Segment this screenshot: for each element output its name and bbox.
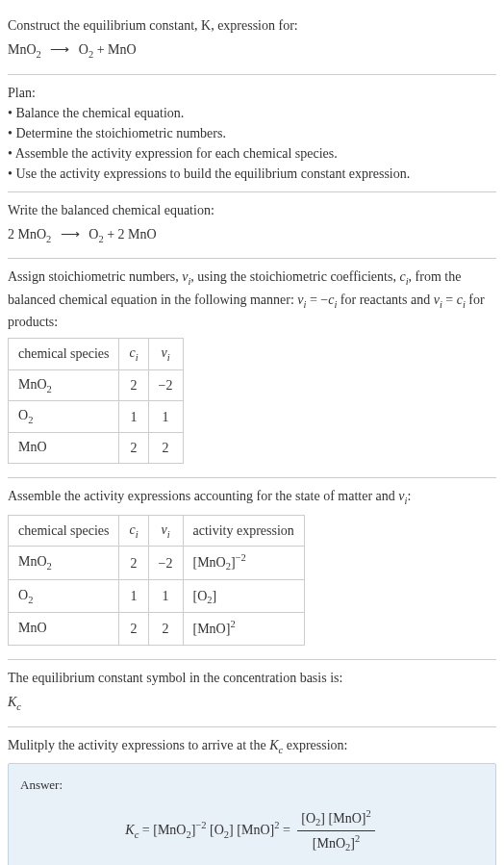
plan-heading: Plan: [8,83,496,103]
col-nu: νi [148,515,183,547]
multiply-section: Mulitply the activity expressions to arr… [8,727,496,865]
fraction: [O2] [MnO]2[MnO2]2 [297,806,374,855]
col-species: chemical species [9,515,119,547]
answer-label: Answer: [20,776,484,795]
col-c: ci [119,339,148,370]
plan-item: Determine the stoichiometric numbers. [8,123,496,143]
activity-text: Assemble the activity expressions accoun… [8,486,496,509]
activity-table: chemical species ci νi activity expressi… [8,515,305,646]
kc-symbol: Kc [8,692,496,715]
table-header-row: chemical species ci νi [9,339,184,370]
plan-item: Assemble the activity expression for eac… [8,143,496,164]
plan-list: Balance the chemical equation. Determine… [8,103,496,184]
symbol-text: The equilibrium constant symbol in the c… [8,668,496,688]
intro-text: Construct the equilibrium constant, K, e… [8,15,496,36]
table-row: MnO 2 2 [MnO]2 [9,612,305,645]
arrow-icon: ⟶ [50,39,69,60]
intro-line: Construct the equilibrium constant, K, e… [8,18,298,33]
stoich-table: chemical species ci νi MnO2 2 −2 O2 1 1 … [8,338,184,464]
balanced-equation: 2 MnO2 ⟶ O2 + 2 MnO [8,224,496,247]
table-row: O2 1 1 [O2] [9,579,305,612]
plan-item: Balance the chemical equation. [8,103,496,123]
balanced-section: Write the balanced chemical equation: 2 … [8,192,496,260]
col-nu: νi [148,339,183,370]
table-row: MnO 2 2 [9,432,184,464]
col-species: chemical species [9,339,119,370]
table-row: MnO2 2 −2 [MnO2]−2 [9,547,305,579]
answer-box: Answer: Kc = [MnO2]−2 [O2] [MnO]2 = [O2]… [8,763,496,865]
col-activity: activity expression [183,515,304,547]
stoich-section: Assign stoichiometric numbers, νi, using… [8,259,496,478]
symbol-section: The equilibrium constant symbol in the c… [8,660,496,727]
balanced-heading: Write the balanced chemical equation: [8,200,496,220]
kc-expression: Kc = [MnO2]−2 [O2] [MnO]2 = [O2] [MnO]2[… [20,802,484,859]
plan-section: Plan: Balance the chemical equation. Det… [8,75,496,192]
stoich-text: Assign stoichiometric numbers, νi, using… [8,267,496,332]
activity-section: Assemble the activity expressions accoun… [8,478,496,660]
table-row: O2 1 1 [9,401,184,433]
multiply-text: Mulitply the activity expressions to arr… [8,735,496,758]
col-c: ci [119,515,148,547]
plan-item: Use the activity expressions to build th… [8,164,496,184]
arrow-icon: ⟶ [61,224,80,244]
table-row: MnO2 2 −2 [9,369,184,401]
table-header-row: chemical species ci νi activity expressi… [9,515,305,547]
intro-section: Construct the equilibrium constant, K, e… [8,8,496,75]
unbalanced-equation: MnO2 ⟶ O2 + MnO [8,39,496,63]
